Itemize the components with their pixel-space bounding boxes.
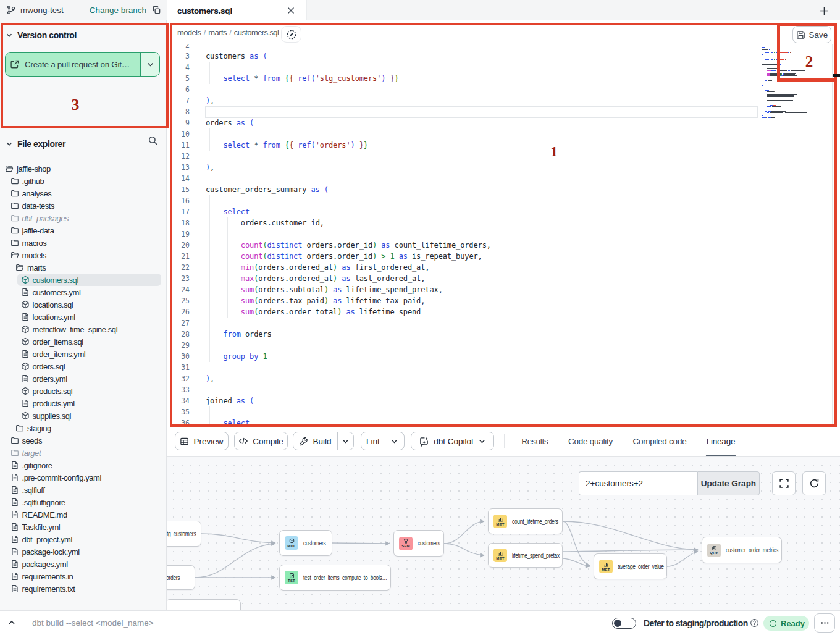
line-number: 15 <box>167 184 190 195</box>
save-button[interactable]: Save <box>792 26 831 43</box>
tree-item-jaffle-shop[interactable]: jaffle-shop <box>5 162 51 175</box>
folder-icon <box>10 177 19 185</box>
lineage-node-count_lifetime_orders[interactable]: METcount_lifetime_orders <box>488 508 563 534</box>
tree-item-label: jaffle-data <box>22 226 54 235</box>
create-pull-request-button[interactable]: Create a pull request on Git… <box>5 52 160 77</box>
tree-item-package-lock.yml[interactable]: package-lock.yml <box>10 545 80 558</box>
help-icon[interactable] <box>750 618 759 628</box>
tree-item-.gitignore[interactable]: .gitignore <box>10 459 52 471</box>
tree-item-metricflow_time_spine.sql[interactable]: metricflow_time_spine.sql <box>21 323 118 335</box>
breadcrumb-segment[interactable]: models <box>177 28 201 37</box>
compile-button[interactable]: Compile <box>234 432 288 450</box>
lineage-node-orders[interactable]: MDLorders <box>167 565 195 590</box>
tree-item-analyses[interactable]: analyses <box>10 187 52 200</box>
copy-branch-icon[interactable] <box>152 6 161 15</box>
version-control-header[interactable]: Version control <box>0 28 166 43</box>
refresh-button[interactable] <box>802 471 826 495</box>
tree-item-locations.sql[interactable]: locations.sql <box>21 298 74 311</box>
model-cube-icon <box>21 275 30 284</box>
tree-item-macros[interactable]: macros <box>10 237 47 249</box>
tree-item-supplies.sql[interactable]: supplies.sql <box>21 410 72 422</box>
tree-item-customers.yml[interactable]: customers.yml <box>21 286 81 298</box>
minimap[interactable] <box>762 44 807 426</box>
tree-item-order_items.sql[interactable]: order_items.sql <box>21 335 83 348</box>
file-explorer-header[interactable]: File explorer <box>0 137 166 151</box>
tree-item-Taskfile.yml[interactable]: Taskfile.yml <box>10 521 61 533</box>
update-graph-button[interactable]: Update Graph <box>697 471 760 495</box>
file-doc-icon <box>21 399 30 408</box>
new-tab-button[interactable] <box>815 2 833 19</box>
build-dropdown-caret[interactable] <box>338 437 353 445</box>
lineage-node-clipped_bottom[interactable] <box>167 599 241 610</box>
tree-item-products.yml[interactable]: products.yml <box>21 397 75 410</box>
tree-item-jaffle-data[interactable]: jaffle-data <box>10 224 54 237</box>
pull-request-dropdown-caret[interactable] <box>140 53 159 76</box>
lint-dropdown-caret[interactable] <box>385 437 404 445</box>
tab-customers-sql[interactable]: customers.sql <box>167 0 307 21</box>
lineage-node-lifetime_spend_pretax[interactable]: METlifetime_spend_pretax <box>488 543 563 568</box>
tree-item-locations.yml[interactable]: locations.yml <box>21 311 75 323</box>
breadcrumb-segment[interactable]: customers.sql <box>234 28 279 37</box>
tab-close-icon[interactable] <box>287 6 295 15</box>
lineage-node-customers_mdl[interactable]: MDLcustomers <box>279 530 332 556</box>
chevron-up-icon[interactable] <box>7 618 16 627</box>
lineage-node-customers_sem[interactable]: SEMcustomers <box>393 530 444 557</box>
tree-item-models[interactable]: models <box>10 249 46 261</box>
tree-item-marts[interactable]: marts <box>15 261 46 274</box>
preview-button[interactable]: Preview <box>175 432 229 450</box>
lineage-node-customer_order_metrics[interactable]: QRYcustomer_order_metrics <box>702 537 782 563</box>
tree-item-customers.sql[interactable]: customers.sql <box>21 274 78 286</box>
command-input[interactable]: dbt build --select <model_name> <box>32 611 154 635</box>
chevron-down-icon <box>6 32 13 39</box>
tree-item-data-tests[interactable]: data-tests <box>10 200 55 212</box>
tab-lineage[interactable]: Lineage <box>707 426 735 456</box>
tree-item-label: locations.sql <box>33 300 74 309</box>
code-line-18: orders.customer_id, <box>206 217 324 229</box>
code-editor[interactable]: 23customers as (45 select * from {{ ref(… <box>167 44 833 426</box>
tree-item-requirements.in[interactable]: requirements.in <box>10 570 74 582</box>
tree-item-.github[interactable]: .github <box>10 175 44 187</box>
lineage-selector-input[interactable]: 2+customers+2 <box>579 471 697 495</box>
lineage-node-average_order_value[interactable]: METaverage_order_value <box>594 553 667 579</box>
line-number: 29 <box>167 340 190 351</box>
tree-item-.sqlfluffignore[interactable]: .sqlfluffignore <box>10 496 65 508</box>
breadcrumb-segment[interactable]: marts <box>208 28 227 37</box>
tree-item-label: supplies.sql <box>33 411 72 421</box>
tab-compiled-code[interactable]: Compiled code <box>633 426 687 456</box>
model-cube-icon <box>21 362 30 371</box>
tree-item-.pre-commit-config.yaml[interactable]: .pre-commit-config.yaml <box>10 471 101 484</box>
tab-results[interactable]: Results <box>521 426 548 456</box>
breadcrumb-separator: / <box>229 28 231 37</box>
defer-toggle[interactable] <box>612 618 636 629</box>
tree-item-order_items.yml[interactable]: order_items.yml <box>21 348 86 360</box>
create-pull-request-main[interactable]: Create a pull request on Git… <box>6 53 140 76</box>
lineage-node-stg_customers[interactable]: MDLstg_customers <box>167 521 201 547</box>
tree-item-.sqlfluff[interactable]: .sqlfluff <box>10 484 45 496</box>
tree-item-seeds[interactable]: seeds <box>10 434 42 447</box>
tree-item-README.md[interactable]: README.md <box>10 508 67 521</box>
tree-item-dbt_packages[interactable]: dbt_packages <box>10 212 69 224</box>
tree-item-staging[interactable]: staging <box>15 422 51 434</box>
tree-item-orders.sql[interactable]: orders.sql <box>21 360 65 372</box>
dbt-copilot-button[interactable]: dbt Copilot <box>411 432 494 450</box>
tab-code-quality[interactable]: Code quality <box>568 426 613 456</box>
build-button[interactable]: Build <box>293 432 354 450</box>
tree-item-packages.yml[interactable]: packages.yml <box>10 558 68 570</box>
more-options-button[interactable] <box>814 613 835 633</box>
save-icon <box>796 30 805 40</box>
lineage-node-test_order_items[interactable]: TSTtest_order_items_compute_to_bools… <box>279 565 391 591</box>
tree-item-requirements.txt[interactable]: requirements.txt <box>10 582 75 595</box>
lint-button[interactable]: Lint <box>361 432 405 450</box>
lineage-node-label: customers <box>303 540 326 547</box>
change-branch-link[interactable]: Change branch <box>90 6 146 15</box>
fullscreen-icon <box>779 478 789 489</box>
tree-item-target[interactable]: target <box>10 447 41 459</box>
fullscreen-button[interactable] <box>772 471 796 495</box>
code-line-11: select * from {{ ref('orders') }} <box>206 140 368 151</box>
tree-item-products.sql[interactable]: products.sql <box>21 385 73 397</box>
tree-item-orders.yml[interactable]: orders.yml <box>21 372 67 385</box>
ellipsis-icon <box>820 618 830 628</box>
search-icon[interactable] <box>148 135 160 148</box>
explore-lineage-button[interactable] <box>281 26 301 43</box>
tree-item-dbt_project.yml[interactable]: dbt_project.yml <box>10 533 72 545</box>
